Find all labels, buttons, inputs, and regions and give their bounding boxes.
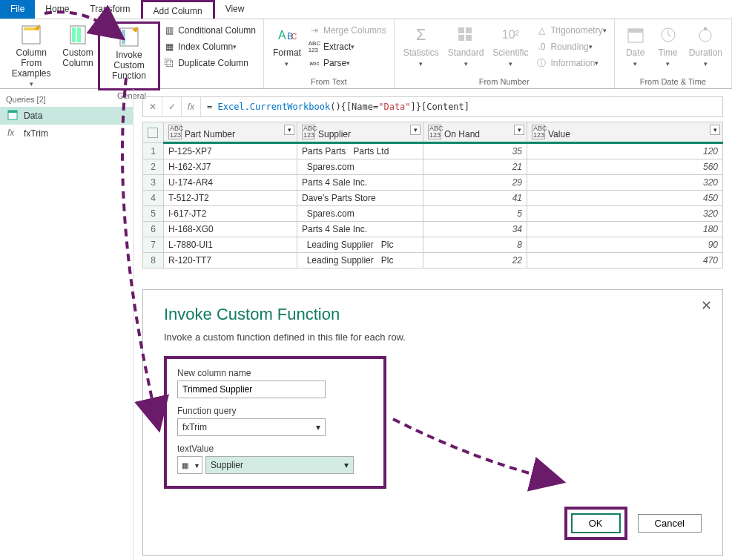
column-filter-button[interactable]: ▾ bbox=[284, 125, 294, 135]
table-row[interactable]: 7L-7880-UI1 Leading Supplier Plc890 bbox=[143, 237, 723, 253]
table-row[interactable]: 8R-120-TT7 Leading Supplier Plc22470 bbox=[143, 253, 723, 269]
cell-value[interactable]: 320 bbox=[527, 175, 723, 191]
row-number[interactable]: 1 bbox=[143, 143, 164, 159]
cell-value[interactable]: 560 bbox=[527, 159, 723, 175]
formula-fx-button[interactable]: fx bbox=[182, 97, 201, 116]
column-filter-button[interactable]: ▾ bbox=[410, 125, 421, 135]
cell-supplier[interactable]: Parts 4 Sale Inc. bbox=[297, 222, 423, 237]
invoke-custom-function-button[interactable]: Invoke Custom Function bbox=[98, 22, 160, 90]
tab-transform[interactable]: Transform bbox=[79, 0, 140, 19]
column-header-part-number[interactable]: ABC 123Part Number▾ bbox=[164, 122, 297, 143]
tab-file[interactable]: File bbox=[0, 0, 35, 19]
textvalue-column-select[interactable]: Supplier▾ bbox=[205, 456, 354, 474]
cell-supplier[interactable]: Dave's Parts Store bbox=[297, 191, 423, 206]
column-header-value[interactable]: ABC 123Value▾ bbox=[527, 122, 723, 143]
dialog-close-button[interactable]: ✕ bbox=[701, 297, 712, 314]
merge-columns-button[interactable]: ⇥Merge Columns bbox=[306, 23, 389, 38]
cell-supplier[interactable]: Leading Supplier Plc bbox=[297, 253, 423, 269]
table-row[interactable]: 4T-512-JT2Dave's Parts Store41450 bbox=[143, 191, 723, 206]
datatype-icon[interactable]: ABC 123 bbox=[302, 125, 315, 139]
table-row[interactable]: 3U-174-AR4Parts 4 Sale Inc.29320 bbox=[143, 175, 723, 191]
row-number[interactable]: 4 bbox=[143, 191, 164, 206]
parse-button[interactable]: abcParse bbox=[306, 56, 389, 70]
time-button[interactable]: Time bbox=[652, 22, 685, 76]
cell-part-number[interactable]: T-512-JT2 bbox=[164, 191, 297, 206]
row-number[interactable]: 5 bbox=[143, 206, 164, 222]
cell-supplier[interactable]: Leading Supplier Plc bbox=[297, 237, 423, 253]
cell-on-hand[interactable]: 34 bbox=[423, 222, 527, 237]
cell-part-number[interactable]: U-174-AR4 bbox=[164, 175, 297, 191]
cell-part-number[interactable]: R-120-TT7 bbox=[164, 253, 297, 269]
cell-value[interactable]: 90 bbox=[527, 237, 723, 253]
cell-on-hand[interactable]: 41 bbox=[423, 191, 527, 206]
row-number[interactable]: 8 bbox=[143, 253, 164, 269]
cell-part-number[interactable]: H-168-XG0 bbox=[164, 222, 297, 237]
cell-on-hand[interactable]: 29 bbox=[423, 175, 527, 191]
sigma-icon: Σ bbox=[409, 23, 433, 47]
statistics-button[interactable]: ΣStatistics bbox=[399, 22, 444, 76]
cell-on-hand[interactable]: 8 bbox=[423, 237, 527, 253]
cancel-button[interactable]: Cancel bbox=[638, 514, 702, 533]
cell-supplier[interactable]: Spares.com bbox=[297, 159, 423, 175]
column-filter-button[interactable]: ▾ bbox=[710, 125, 720, 135]
column-header-on-hand[interactable]: ABC 123On Hand▾ bbox=[423, 122, 527, 143]
trigonometry-button[interactable]: △Trigonometry bbox=[532, 23, 609, 38]
tab-view[interactable]: View bbox=[215, 0, 255, 19]
conditional-column-button[interactable]: ▥Conditional Column bbox=[160, 23, 259, 38]
duplicate-column-button[interactable]: ⿻Duplicate Column bbox=[160, 56, 259, 70]
rounding-button[interactable]: .0Rounding bbox=[532, 39, 609, 54]
tab-add-column[interactable]: Add Column bbox=[141, 0, 215, 19]
datatype-icon[interactable]: ABC 123 bbox=[168, 125, 182, 139]
index-column-button[interactable]: ▦Index Column bbox=[160, 39, 259, 54]
row-number[interactable]: 2 bbox=[143, 159, 164, 175]
date-button[interactable]: Date bbox=[619, 22, 652, 76]
cell-on-hand[interactable]: 5 bbox=[423, 206, 527, 222]
cell-part-number[interactable]: I-617-JT2 bbox=[164, 206, 297, 222]
row-number[interactable]: 3 bbox=[143, 175, 164, 191]
cell-value[interactable]: 320 bbox=[527, 206, 723, 222]
cell-supplier[interactable]: Parts Parts Parts Ltd bbox=[297, 143, 423, 159]
cell-part-number[interactable]: H-162-XJ7 bbox=[164, 159, 297, 175]
cell-on-hand[interactable]: 35 bbox=[423, 143, 527, 159]
datatype-icon[interactable]: ABC 123 bbox=[428, 125, 441, 139]
query-item-fxtrim[interactable]: fx fxTrim bbox=[0, 125, 133, 142]
clock-icon bbox=[656, 23, 680, 47]
table-row[interactable]: 6H-168-XG0Parts 4 Sale Inc.34180 bbox=[143, 222, 723, 237]
cell-part-number[interactable]: L-7880-UI1 bbox=[164, 237, 297, 253]
information-button[interactable]: ⓘInformation bbox=[532, 56, 609, 70]
formula-text[interactable]: = Excel.CurrentWorkbook(){[Name="Data"]}… bbox=[201, 102, 722, 112]
function-query-select[interactable]: fxTrim▾ bbox=[177, 418, 326, 436]
cell-supplier[interactable]: Spares.com bbox=[297, 206, 423, 222]
cell-value[interactable]: 180 bbox=[527, 222, 723, 237]
cell-value[interactable]: 120 bbox=[527, 143, 723, 159]
formula-commit-button[interactable]: ✓ bbox=[162, 97, 182, 116]
cell-on-hand[interactable]: 22 bbox=[423, 253, 527, 269]
scientific-button[interactable]: 10²Scientific bbox=[488, 22, 532, 76]
new-column-name-input[interactable] bbox=[177, 381, 326, 398]
textvalue-type-button[interactable]: ▦▾ bbox=[177, 456, 202, 474]
cell-part-number[interactable]: P-125-XP7 bbox=[164, 143, 297, 159]
row-number[interactable]: 6 bbox=[143, 222, 164, 237]
column-filter-button[interactable]: ▾ bbox=[514, 125, 524, 135]
cell-value[interactable]: 450 bbox=[527, 191, 723, 206]
table-row[interactable]: 1P-125-XP7Parts Parts Parts Ltd35120 bbox=[143, 143, 723, 159]
formula-cancel-button[interactable]: ✕ bbox=[143, 97, 162, 116]
row-number[interactable]: 7 bbox=[143, 237, 164, 253]
column-header-supplier[interactable]: ABC 123Supplier▾ bbox=[297, 122, 423, 143]
grid-corner[interactable] bbox=[143, 122, 164, 143]
cell-supplier[interactable]: Parts 4 Sale Inc. bbox=[297, 175, 423, 191]
column-from-examples-button[interactable]: Column From Examples bbox=[4, 22, 58, 90]
duration-button[interactable]: Duration bbox=[685, 22, 727, 76]
datatype-icon[interactable]: ABC 123 bbox=[532, 125, 545, 139]
tab-home[interactable]: Home bbox=[35, 0, 79, 19]
extract-button[interactable]: ABC123Extract bbox=[306, 39, 389, 54]
format-button[interactable]: ABC Format bbox=[268, 22, 306, 76]
standard-button[interactable]: Standard bbox=[444, 22, 489, 76]
table-row[interactable]: 2H-162-XJ7 Spares.com21560 bbox=[143, 159, 723, 175]
cell-on-hand[interactable]: 21 bbox=[423, 159, 527, 175]
table-row[interactable]: 5I-617-JT2 Spares.com5320 bbox=[143, 206, 723, 222]
cell-value[interactable]: 470 bbox=[527, 253, 723, 269]
ok-button[interactable]: OK bbox=[571, 513, 621, 533]
query-item-data[interactable]: Data bbox=[0, 107, 133, 125]
custom-column-button[interactable]: Custom Column bbox=[58, 22, 97, 90]
